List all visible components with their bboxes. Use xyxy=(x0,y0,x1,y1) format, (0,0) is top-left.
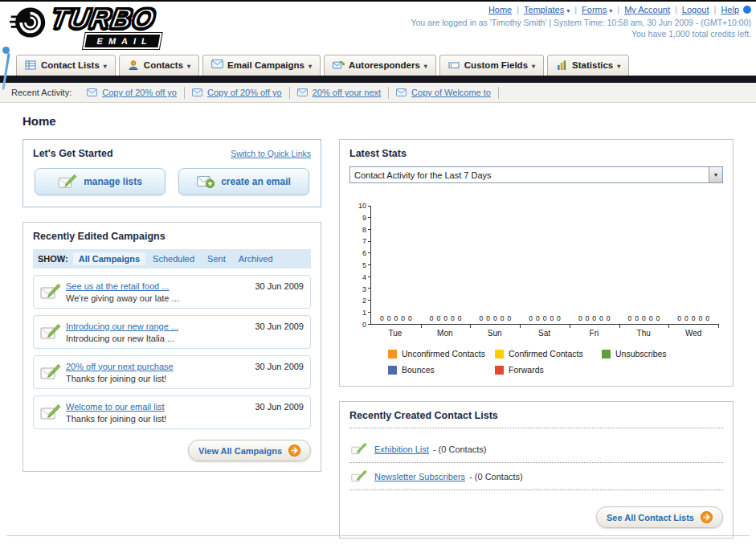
top-link-logout[interactable]: Logout xyxy=(670,5,709,14)
bar-value-group: 00000 xyxy=(570,314,619,322)
filter-sent[interactable]: Sent xyxy=(202,252,231,265)
bar-value-label: 0 xyxy=(599,314,603,322)
dropdown-arrow-icon xyxy=(104,60,107,70)
tab-autoresponders[interactable]: Autoresponders xyxy=(324,55,436,76)
y-axis-tick-label: 5 xyxy=(362,261,366,269)
campaign-row[interactable]: Introducing our new range ... Introducin… xyxy=(33,315,311,349)
bar-value-group: 00000 xyxy=(421,314,471,322)
tab-statistics[interactable]: Statistics xyxy=(547,55,629,76)
bar-value-label: 0 xyxy=(550,314,554,322)
bar-value-label: 0 xyxy=(536,314,540,322)
manage-lists-label: manage lists xyxy=(84,176,142,187)
tab-contact-lists[interactable]: Contact Lists xyxy=(16,55,116,76)
y-axis-tick-mark xyxy=(368,264,371,265)
campaign-date: 30 Jun 2009 xyxy=(255,402,304,412)
logo-swirl-icon xyxy=(10,4,47,41)
get-started-panel: Let's Get Started Switch to Quick Links … xyxy=(22,139,321,207)
x-axis-label: Tue xyxy=(370,329,420,338)
logo-wordmark-top: TURBO xyxy=(49,4,168,33)
envelope-plus-icon xyxy=(197,175,215,188)
top-links: Home Templates Forms My Account Logout H… xyxy=(411,5,751,14)
left-column: Let's Get Started Switch to Quick Links … xyxy=(22,139,321,472)
legend-swatch xyxy=(388,366,397,375)
recent-activity-item[interactable]: Copy of Welcome to xyxy=(389,87,499,99)
campaign-title-link[interactable]: Welcome to our email list xyxy=(66,402,248,412)
y-axis-tick-label: 2 xyxy=(362,297,366,305)
tab-label: Statistics xyxy=(572,60,613,70)
top-link-label: My Account xyxy=(624,5,670,14)
y-axis-tick-mark xyxy=(368,241,371,242)
recent-activity-item[interactable]: Copy of 20% off yo xyxy=(80,87,185,99)
turbo-email-logo: TURBO EMAIL xyxy=(10,4,163,49)
bar-value-label: 0 xyxy=(642,314,646,322)
top-link-home[interactable]: Home xyxy=(488,5,512,14)
campaign-title-link[interactable]: See us at the retail food ... xyxy=(66,281,248,291)
campaign-subtitle: Thanks for joining our list! xyxy=(66,374,248,383)
dropdown-arrow-icon xyxy=(532,60,535,70)
campaign-date: 30 Jun 2009 xyxy=(255,362,304,371)
contact-list-name-link[interactable]: Exhibition List xyxy=(374,445,429,454)
top-link-help[interactable]: Help xyxy=(709,5,739,14)
dropdown-arrow-icon xyxy=(187,60,190,70)
contact-list-row[interactable]: Newsletter Subscribers - (0 Contacts) xyxy=(349,463,723,490)
y-axis-tick-mark xyxy=(368,300,371,301)
bar-value-label: 0 xyxy=(628,314,632,322)
chart-y-axis: 109876543210 xyxy=(354,206,370,325)
tab-email-campaigns[interactable]: Email Campaigns xyxy=(202,55,321,76)
legend-item: Unsubscribes xyxy=(602,349,709,358)
chart-bar-values: 00000000000000000000000000000000000 xyxy=(371,314,718,322)
filter-scheduled[interactable]: Scheduled xyxy=(147,252,200,265)
bar-value-group: 00000 xyxy=(371,314,421,322)
create-email-button[interactable]: create an email xyxy=(178,168,309,195)
page-title: Home xyxy=(22,114,734,128)
stats-period-select[interactable]: Contact Activity for the Last 7 Days ▼ xyxy=(349,166,723,183)
contact-list-name-link[interactable]: Newsletter Subscribers xyxy=(374,472,465,481)
top-link-label: Templates xyxy=(524,5,564,14)
campaign-row[interactable]: See us at the retail food ... We're givi… xyxy=(33,275,311,309)
view-all-campaigns-button[interactable]: View All Campaigns xyxy=(188,440,311,461)
legend-swatch xyxy=(388,350,397,358)
campaign-title-link[interactable]: 20% off your next purchase xyxy=(66,362,248,371)
top-link-my-account[interactable]: My Account xyxy=(612,5,670,14)
recently-edited-campaigns-panel: Recently Edited Campaigns SHOW: All Camp… xyxy=(22,222,321,472)
filter-archived[interactable]: Archived xyxy=(233,252,279,265)
chart-x-axis: TueMonSunSatFriThuWed xyxy=(370,329,718,338)
tab-contacts[interactable]: Contacts xyxy=(119,55,199,76)
credits-info: You have 1,000 total credits left. xyxy=(411,29,751,39)
see-all-contact-lists-button[interactable]: See All Contact Lists xyxy=(596,506,723,528)
campaign-row[interactable]: Welcome to our email list Thanks for joi… xyxy=(33,395,311,429)
legend-label: Bounces xyxy=(402,365,435,375)
tab-label: Email Campaigns xyxy=(227,60,304,70)
campaign-edit-icon xyxy=(40,323,66,341)
x-axis-tick-mark xyxy=(619,324,620,328)
campaign-row[interactable]: 20% off your next purchase Thanks for jo… xyxy=(33,355,311,389)
bar-value-label: 0 xyxy=(401,314,405,322)
switch-to-quick-links-link[interactable]: Switch to Quick Links xyxy=(231,149,311,158)
create-email-label: create an email xyxy=(221,176,291,187)
envelope-icon xyxy=(297,88,309,96)
filter-all-campaigns[interactable]: All Campaigns xyxy=(73,252,145,265)
orange-arrow-icon xyxy=(288,445,300,457)
recent-activity-item-label: Copy of 20% off yo xyxy=(102,88,177,97)
legend-item: Bounces xyxy=(388,365,495,375)
bar-value-label: 0 xyxy=(677,314,681,322)
recent-activity-item[interactable]: 20% off your next xyxy=(290,87,389,99)
campaign-title-link[interactable]: Introducing our new range ... xyxy=(66,322,248,331)
stats-period-value: Contact Activity for the Last 7 Days xyxy=(350,170,709,180)
bar-value-label: 0 xyxy=(387,314,391,322)
tab-label: Autoresponders xyxy=(349,60,420,70)
y-axis-tick-label: 3 xyxy=(362,285,366,293)
recent-activity-item[interactable]: Copy of 20% off yo xyxy=(185,87,290,99)
x-axis-tick-mark xyxy=(421,324,422,328)
top-link-forms[interactable]: Forms xyxy=(570,5,612,14)
recent-activity-item-label: Copy of Welcome to xyxy=(411,88,491,97)
chart-legend: Unconfirmed ContactsConfirmed ContactsUn… xyxy=(388,349,718,375)
manage-lists-button[interactable]: manage lists xyxy=(35,168,166,195)
contact-list-row[interactable]: Exhibition List - (0 Contacts) xyxy=(349,436,723,463)
top-link-templates[interactable]: Templates xyxy=(512,5,570,14)
bar-value-label: 0 xyxy=(443,314,447,322)
top-link-label: Forms xyxy=(582,5,607,14)
select-dropdown-arrow-icon: ▼ xyxy=(709,167,722,182)
tab-custom-fields[interactable]: Custom Fields xyxy=(439,55,544,76)
bar-value-label: 0 xyxy=(607,314,611,322)
